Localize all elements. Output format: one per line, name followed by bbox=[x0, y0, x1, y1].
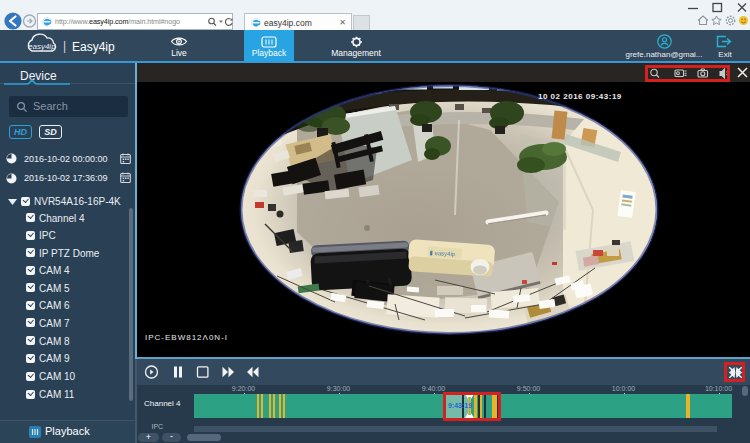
svg-text:Easy4ip: Easy4ip bbox=[72, 40, 115, 54]
svg-text:|: | bbox=[63, 39, 66, 53]
svg-text:easy4ip: easy4ip bbox=[28, 42, 56, 51]
